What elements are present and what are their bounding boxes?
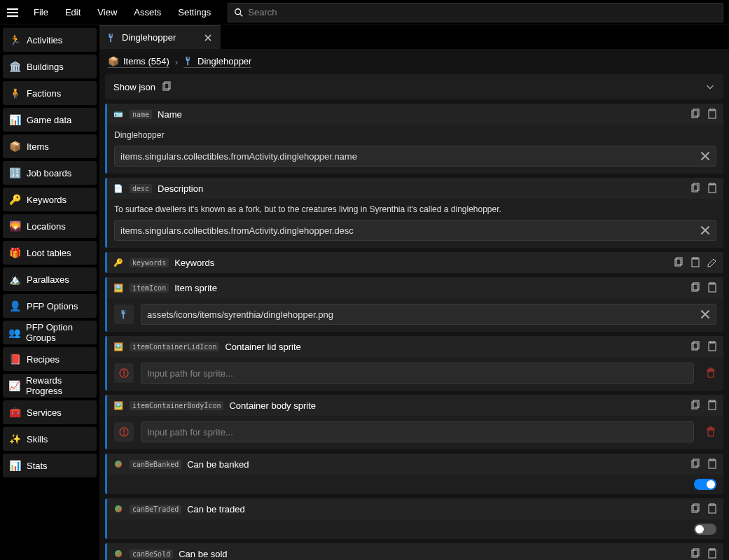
copy-icon[interactable]	[673, 257, 684, 268]
sidebar-icon: 📦	[8, 140, 21, 153]
sidebar-item-stats[interactable]: 📊Stats	[3, 454, 97, 477]
clear-icon[interactable]	[700, 151, 710, 161]
show-json-bar[interactable]: Show json	[105, 74, 723, 99]
menu-edit[interactable]: Edit	[57, 0, 89, 25]
field-type-icon: 🖼️	[113, 400, 124, 411]
sidebar-item-game-data[interactable]: 📊Game data	[3, 108, 97, 132]
sidebar-item-loot-tables[interactable]: 🎁Loot tables	[3, 241, 97, 265]
sidebar-item-pfp-options[interactable]: 👤PFP Options	[3, 294, 97, 318]
svg-point-36	[123, 433, 125, 435]
menu-settings[interactable]: Settings	[169, 0, 219, 25]
breadcrumb-items[interactable]: 📦 Items (554)	[108, 56, 169, 68]
sidebar-item-recipes[interactable]: 📕Recipes	[3, 347, 97, 371]
field-banked: canBeBanked Can be banked	[105, 454, 723, 494]
desc-path-input[interactable]	[114, 220, 716, 241]
search-icon	[234, 8, 244, 18]
sidebar-item-label: Job boards	[27, 168, 71, 178]
tab-close-button[interactable]	[202, 32, 214, 43]
field-label: Can be traded	[187, 504, 244, 514]
trash-icon[interactable]	[705, 426, 716, 438]
sidebar-item-locations[interactable]: 🌄Locations	[3, 214, 97, 238]
sprite-preview-empty[interactable]	[114, 363, 134, 383]
sidebar-item-pfp-option-groups[interactable]: 👥PFP Option Groups	[3, 321, 97, 344]
paste-icon[interactable]	[690, 257, 701, 268]
sidebar-item-buildings[interactable]: 🏛️Buildings	[3, 55, 97, 78]
trash-icon[interactable]	[705, 368, 716, 379]
sidebar-item-activities[interactable]: 🏃Activities	[3, 28, 97, 52]
paste-icon[interactable]	[707, 400, 718, 411]
sidebar-icon: 🏔️	[8, 273, 21, 286]
sidebar-item-keywords[interactable]: 🔑Keywords	[3, 188, 97, 211]
paste-icon[interactable]	[707, 341, 718, 352]
sidebar-item-label: Loot tables	[27, 248, 71, 258]
search-field[interactable]	[228, 3, 723, 22]
sidebar-item-label: Stats	[27, 461, 48, 471]
field-header-canBeBanked: canBeBanked Can be banked	[107, 454, 723, 475]
field-prop-tag: itemContainerLidIcon	[130, 342, 219, 351]
chevron-down-icon[interactable]	[705, 82, 715, 92]
field-header-canBeTraded: canBeTraded Can be traded	[107, 498, 723, 519]
field-label: Name	[158, 109, 182, 120]
search-input[interactable]	[248, 7, 717, 18]
sprite-preview-empty[interactable]	[114, 422, 134, 442]
sidebar-item-items[interactable]: 📦Items	[3, 134, 97, 158]
paste-icon[interactable]	[707, 503, 718, 514]
menu-assets[interactable]: Assets	[125, 0, 169, 25]
error-icon	[118, 368, 130, 379]
body-path-input[interactable]	[141, 421, 694, 442]
copy-icon[interactable]	[690, 503, 701, 514]
hamburger-button[interactable]	[0, 0, 25, 25]
toggle-banked[interactable]	[694, 479, 716, 490]
field-header-canBeSold: canBeSold Can be sold	[107, 543, 723, 560]
tabbar: Dinglehopper	[99, 25, 729, 49]
copy-icon[interactable]	[690, 183, 701, 194]
field-label: Can be sold	[179, 549, 227, 559]
copy-icon[interactable]	[690, 548, 701, 559]
copy-icon[interactable]	[161, 81, 172, 92]
sprite-preview[interactable]	[114, 304, 134, 324]
paste-icon[interactable]	[707, 458, 718, 470]
field-itemicon: 🖼️ itemIcon Item sprite	[105, 277, 723, 332]
lid-path-input[interactable]	[141, 363, 694, 384]
paste-icon[interactable]	[707, 183, 718, 194]
sidebar-item-job-boards[interactable]: 🔢Job boards	[3, 161, 97, 185]
edit-icon[interactable]	[707, 257, 718, 268]
sidebar-item-label: Keywords	[27, 195, 67, 205]
paste-icon[interactable]	[707, 548, 718, 559]
paste-icon[interactable]	[707, 282, 718, 293]
menu-view[interactable]: View	[89, 0, 125, 25]
sidebar-item-label: Activities	[27, 35, 62, 46]
sidebar-item-factions[interactable]: 🧍Factions	[3, 81, 97, 105]
field-header-keywords: 🔑 keywords Keywords	[107, 252, 723, 273]
copy-icon[interactable]	[690, 458, 701, 470]
sidebar-item-skills[interactable]: ✨Skills	[3, 427, 97, 451]
field-type-icon: 🔑	[113, 257, 124, 268]
field-prop-tag: name	[130, 110, 152, 119]
toggle-traded[interactable]	[694, 524, 716, 535]
copy-icon[interactable]	[690, 108, 701, 120]
sidebar-item-parallaxes[interactable]: 🏔️Parallaxes	[3, 267, 97, 291]
sidebar-item-label: Parallaxes	[27, 274, 69, 285]
copy-icon[interactable]	[690, 341, 701, 352]
clear-icon[interactable]	[700, 309, 710, 319]
svg-rect-43	[709, 505, 716, 513]
field-prop-tag: canBeTraded	[130, 505, 181, 514]
sidebar-item-label: Factions	[27, 88, 61, 99]
main-content: Dinglehopper 📦 Items (554) › Dinglehoppe…	[99, 25, 729, 560]
paste-icon[interactable]	[707, 108, 718, 120]
menu-file[interactable]: File	[25, 0, 57, 25]
copy-icon[interactable]	[690, 400, 701, 411]
svg-rect-21	[709, 284, 716, 292]
sidebar-item-rewards-progress[interactable]: 📈Rewards Progress	[3, 374, 97, 398]
field-header-desc: 📄 desc Description	[107, 178, 723, 199]
sidebar-item-label: Skills	[27, 434, 48, 444]
tab-dinglehopper[interactable]: Dinglehopper	[99, 25, 221, 49]
clear-icon[interactable]	[700, 225, 710, 235]
breadcrumb-current[interactable]: Dinglehopper	[183, 56, 251, 68]
field-type-icon	[113, 458, 124, 470]
itemicon-path-input[interactable]	[141, 304, 716, 325]
name-path-input[interactable]	[114, 146, 716, 167]
svg-rect-0	[7, 8, 18, 10]
sidebar-item-services[interactable]: 🧰Services	[3, 400, 97, 424]
copy-icon[interactable]	[690, 282, 701, 293]
